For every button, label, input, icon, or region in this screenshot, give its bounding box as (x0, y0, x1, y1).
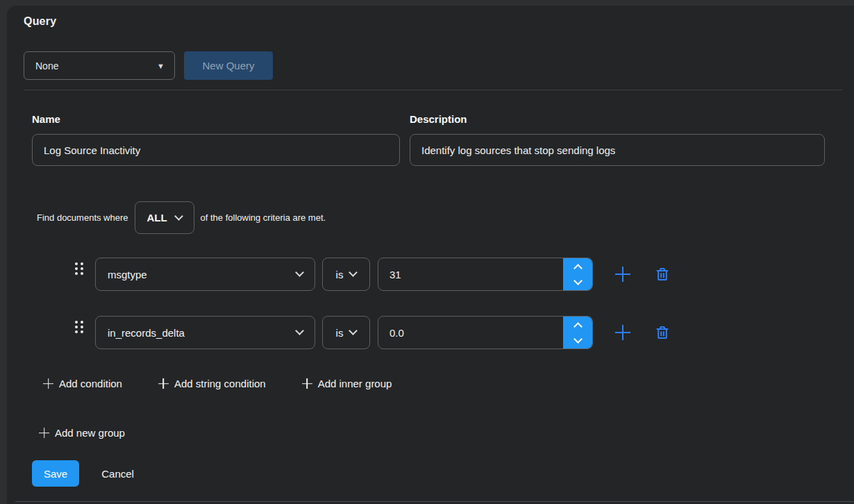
add-condition-link[interactable]: Add condition (43, 378, 122, 389)
number-spinner (563, 258, 592, 290)
save-button[interactable]: Save (32, 460, 79, 487)
value-input-wrap (378, 316, 593, 349)
query-builder-panel: Query None ▼ New Query Name Description … (7, 6, 854, 504)
chevron-down-icon (174, 212, 183, 221)
field-select-value: in_records_delta (108, 327, 185, 339)
plus-icon (302, 378, 312, 389)
value-input[interactable] (378, 317, 592, 348)
add-inner-group-label: Add inner group (318, 378, 392, 389)
name-input[interactable] (32, 134, 400, 166)
description-field-group: Description (410, 113, 825, 166)
field-select-value: msgtype (108, 269, 147, 280)
chevron-down-icon (295, 326, 304, 335)
operator-select-value: is (336, 269, 344, 280)
operator-select[interactable]: is (322, 258, 370, 291)
value-input-wrap (378, 258, 593, 291)
description-label: Description (410, 113, 825, 125)
divider (24, 90, 842, 90)
spinner-down-button[interactable] (563, 274, 592, 290)
add-string-condition-link[interactable]: Add string condition (158, 378, 266, 389)
condition-row: in_records_delta is (75, 316, 854, 349)
drag-handle-icon[interactable] (75, 262, 83, 275)
drag-handle-icon[interactable] (75, 321, 83, 333)
add-condition-label: Add condition (59, 378, 122, 389)
spinner-up-button[interactable] (563, 317, 592, 333)
add-new-group-label: Add new group (55, 427, 125, 439)
value-input[interactable] (378, 258, 592, 290)
operator-select[interactable]: is (322, 316, 370, 349)
criteria-prefix: Find documents where (37, 212, 128, 223)
divider (15, 501, 854, 502)
match-type-select[interactable]: ALL (135, 201, 194, 234)
chevron-down-icon (295, 268, 304, 277)
operator-select-value: is (336, 327, 344, 339)
trash-icon (654, 324, 671, 341)
chevron-down-icon (573, 335, 583, 344)
saved-query-select-value: None (35, 60, 58, 72)
add-inner-group-link[interactable]: Add inner group (302, 378, 392, 389)
name-field-group: Name (32, 113, 400, 166)
add-new-group-link[interactable]: Add new group (39, 427, 125, 439)
description-input[interactable] (410, 134, 825, 166)
spinner-down-button[interactable] (563, 333, 592, 348)
delete-condition-button[interactable] (654, 324, 671, 341)
chevron-down-icon (349, 326, 358, 335)
new-query-button[interactable]: New Query (184, 51, 273, 80)
name-label: Name (32, 113, 400, 125)
actions-row: Save Cancel (32, 460, 854, 487)
field-select[interactable]: msgtype (95, 258, 315, 291)
plus-icon (158, 378, 169, 389)
chevron-down-icon (573, 276, 583, 285)
add-string-condition-label: Add string condition (174, 378, 266, 389)
match-type-value: ALL (146, 212, 167, 224)
add-condition-after-button[interactable] (614, 324, 632, 342)
criteria-sentence: Find documents where ALL of the followin… (37, 201, 854, 234)
trash-icon (654, 266, 671, 283)
plus-icon (43, 378, 53, 389)
add-new-group-row: Add new group (39, 427, 854, 439)
criteria-suffix: of the following criteria are met. (201, 212, 326, 223)
saved-query-select[interactable]: None ▼ (24, 51, 175, 80)
page-title: Query (24, 15, 854, 28)
chevron-down-icon (349, 268, 358, 277)
cancel-button[interactable]: Cancel (101, 468, 134, 480)
plus-icon (39, 428, 49, 438)
dropdown-arrow-icon: ▼ (157, 62, 165, 70)
add-condition-after-button[interactable] (614, 265, 632, 283)
add-links-row: Add condition Add string condition Add i… (43, 378, 854, 389)
spinner-up-button[interactable] (563, 258, 592, 274)
chevron-up-icon (573, 264, 583, 273)
delete-condition-button[interactable] (654, 266, 671, 283)
condition-row: msgtype is (75, 258, 854, 291)
number-spinner (563, 317, 592, 348)
query-selector-row: None ▼ New Query (24, 51, 854, 80)
name-description-row: Name Description (32, 113, 825, 166)
field-select[interactable]: in_records_delta (95, 316, 315, 349)
chevron-up-icon (573, 322, 583, 331)
